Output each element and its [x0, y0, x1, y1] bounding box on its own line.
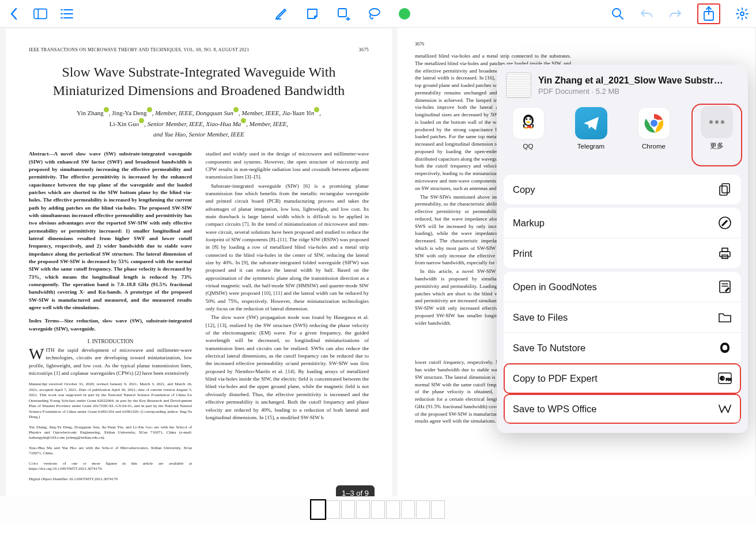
redo-icon[interactable]	[668, 7, 682, 21]
thumbnail-bar	[0, 496, 756, 523]
svg-point-20	[529, 118, 531, 120]
body-text: The slow wave (SW) propagation mode was …	[206, 314, 369, 421]
pen-icon[interactable]	[274, 7, 288, 21]
more-icon	[701, 106, 733, 138]
search-icon[interactable]	[611, 7, 625, 21]
page-thumb-6[interactable]	[386, 500, 400, 519]
svg-point-16	[740, 12, 744, 16]
svg-rect-31	[722, 184, 729, 193]
page-thumb-1[interactable]	[311, 500, 325, 519]
page-thumb-5[interactable]	[371, 500, 385, 519]
svg-text:PDF: PDF	[726, 378, 732, 381]
svg-point-42	[723, 378, 724, 379]
orcid-icon	[104, 107, 109, 112]
goodnotes-icon	[718, 280, 732, 294]
share-app-row: QQ Telegram Chrome 更多	[497, 106, 748, 171]
svg-rect-24	[527, 126, 531, 128]
svg-point-30	[721, 120, 724, 124]
app-label: QQ	[523, 143, 534, 150]
action-goodnotes[interactable]: Open in GoodNotes	[504, 272, 741, 302]
share-app-qq[interactable]: QQ	[505, 107, 551, 164]
outline-icon[interactable]	[60, 7, 74, 21]
share-file-subtitle: PDF Document · 5.2 MB	[538, 87, 723, 96]
index-terms: Index Terms—Size reduction, slow wave (S…	[29, 317, 192, 333]
svg-point-27	[651, 120, 657, 127]
wps-icon	[718, 402, 732, 416]
app-label: 更多	[710, 142, 724, 150]
page-number: 3676	[415, 41, 424, 47]
share-app-more[interactable]: 更多	[694, 106, 740, 164]
action-nutstore[interactable]: Save To Nutstore	[504, 333, 741, 363]
document-viewport: IEEE TRANSACTIONS ON MICROWAVE THEORY AN…	[0, 28, 756, 523]
footnote: Xiao-Hua Ma and Yue Hao are with the Sch…	[29, 446, 192, 457]
page-thumb-2[interactable]	[326, 500, 340, 519]
color-swatch-green[interactable]	[399, 8, 410, 20]
share-sheet: Yin Zhang et al_2021_Slow Wave Substr… P…	[497, 64, 748, 433]
share-file-title: Yin Zhang et al_2021_Slow Wave Substr…	[538, 75, 723, 86]
share-actions-group-1: Copy	[504, 174, 741, 204]
footnote: Yin Zhang, Jing-Ya Deng, Dongquan Sun, J…	[29, 425, 192, 441]
orcid-icon	[241, 118, 246, 123]
lasso-icon[interactable]	[368, 7, 381, 21]
page-thumb-8[interactable]	[416, 500, 430, 519]
svg-point-19	[526, 118, 527, 120]
share-button-highlight	[697, 3, 720, 24]
authors: Yin Zhang, Jing-Ya Deng, Member, IEEE, D…	[29, 107, 369, 140]
svg-rect-9	[338, 9, 346, 17]
journal-header: IEEE TRANSACTIONS ON MICROWAVE THEORY AN…	[29, 47, 249, 52]
orcid-icon	[147, 107, 152, 112]
body-text: studied and widely used in the design of…	[206, 150, 369, 181]
svg-line-14	[620, 16, 623, 19]
toolbar	[0, 0, 756, 28]
share-app-telegram[interactable]: Telegram	[568, 107, 614, 164]
body-text: Substrate-integrated waveguide (SIW) [6]…	[206, 183, 369, 313]
page-number: 3675	[359, 47, 369, 52]
svg-rect-0	[34, 9, 47, 18]
folder-icon	[718, 310, 732, 324]
copy-icon	[718, 183, 732, 196]
pdf-page-1[interactable]: IEEE TRANSACTIONS ON MICROWAVE THEORY AN…	[6, 29, 392, 524]
page-thumb-3[interactable]	[341, 500, 355, 519]
orcid-icon	[314, 107, 319, 112]
chrome-icon	[638, 107, 670, 139]
file-thumbnail	[506, 73, 531, 98]
action-wps[interactable]: Save to WPS Office	[504, 394, 741, 424]
svg-point-13	[613, 9, 621, 17]
action-copy[interactable]: Copy	[504, 174, 741, 204]
share-icon[interactable]	[702, 7, 716, 21]
share-actions-group-3: Open in GoodNotes Save to Files Save To …	[504, 272, 741, 424]
app-label: Chrome	[642, 143, 666, 150]
page-thumb-9[interactable]	[431, 500, 445, 519]
note-icon[interactable]	[305, 7, 319, 21]
svg-rect-34	[720, 252, 730, 257]
action-print[interactable]: Print	[504, 238, 741, 268]
footnote: Color versions of one or more figures in…	[29, 461, 192, 472]
app-label: Telegram	[577, 143, 604, 150]
pdf-expert-icon: PDF	[718, 371, 732, 385]
share-header: Yin Zhang et al_2021_Slow Wave Substr… P…	[497, 64, 748, 106]
orcid-icon	[233, 107, 239, 112]
settings-icon[interactable]	[735, 7, 749, 21]
svg-rect-35	[722, 248, 728, 252]
svg-point-12	[369, 9, 380, 16]
action-markup[interactable]: Markup	[504, 208, 741, 238]
page-thumb-7[interactable]	[401, 500, 415, 519]
action-pdf-expert[interactable]: Copy to PDF ExpertPDF	[504, 363, 741, 394]
footnote: Digital Object Identifier 10.1109/TMTT.2…	[29, 477, 192, 482]
markup-icon	[718, 216, 732, 230]
sidebar-toggle-icon[interactable]	[33, 7, 47, 21]
footnote: Manuscript received October 31, 2020; re…	[29, 382, 192, 420]
crop-add-icon[interactable]	[337, 7, 350, 21]
back-button[interactable]	[7, 7, 21, 21]
nutstore-icon	[718, 341, 732, 355]
svg-point-28	[709, 120, 713, 124]
qq-icon	[512, 107, 545, 139]
undo-icon[interactable]	[640, 7, 653, 21]
svg-rect-32	[720, 186, 727, 195]
page-thumb-4[interactable]	[356, 500, 370, 519]
abstract: Abstract—A novel slow wave (SW) substrat…	[29, 150, 192, 311]
section-heading: I. INTRODUCTION	[29, 339, 192, 344]
share-app-chrome[interactable]: Chrome	[631, 107, 677, 164]
action-files[interactable]: Save to Files	[504, 302, 741, 333]
paper-title: Slow Wave Substrate-Integrated Waveguide…	[29, 63, 369, 100]
